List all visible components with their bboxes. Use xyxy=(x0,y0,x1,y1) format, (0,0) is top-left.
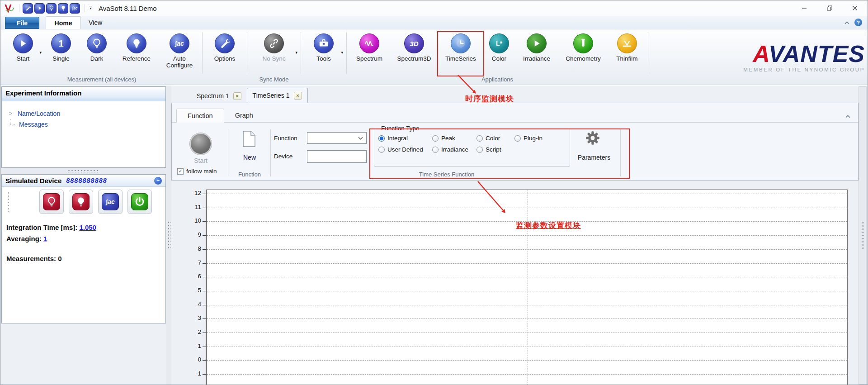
chart-y-labels: 1211109876543210-1 xyxy=(171,190,203,385)
ribbon-button-no-sync[interactable]: No Sync ▾ xyxy=(249,30,299,76)
tab-function[interactable]: Function xyxy=(176,109,224,123)
radio-script[interactable]: Script xyxy=(476,146,514,153)
doc-tab-spectrum1[interactable]: Spectrum 1 × xyxy=(191,89,247,103)
tab-graph[interactable]: Graph xyxy=(224,109,264,122)
ribbon-button-dark[interactable]: Dark xyxy=(79,30,114,76)
ribbon-button-spectrum3d[interactable]: 3D Spectrum3D xyxy=(390,30,438,76)
minimize-button[interactable] xyxy=(792,0,817,16)
ribbon-button-thinfilm[interactable]: Thinfilm xyxy=(608,30,646,76)
collapse-panel-icon[interactable] xyxy=(845,112,851,120)
checkbox-checked-icon[interactable]: ✓ xyxy=(177,168,184,175)
tab-view[interactable]: View xyxy=(81,16,110,29)
ribbon-button-spectrum[interactable]: Spectrum xyxy=(349,30,390,76)
function-type-legend: Function Type xyxy=(379,125,422,132)
parameters-button-label[interactable]: Parameters xyxy=(571,154,617,161)
gridline xyxy=(207,333,847,333)
y-axis-label: 12 xyxy=(194,190,201,196)
separator xyxy=(270,129,271,176)
right-splitter[interactable] xyxy=(859,86,867,385)
axis-tick xyxy=(203,277,206,277)
quick-start-play-icon[interactable] xyxy=(34,3,45,14)
gridline xyxy=(207,347,847,347)
help-icon[interactable]: ? xyxy=(854,19,862,26)
close-tab-icon[interactable]: × xyxy=(294,92,302,100)
new-button-label[interactable]: New xyxy=(230,154,269,161)
tab-file[interactable]: File xyxy=(5,17,39,29)
ribbon-button-irradiance[interactable]: Irradiance xyxy=(515,30,558,76)
chain-link-icon xyxy=(264,33,284,53)
collapse-ribbon-icon[interactable] xyxy=(844,19,850,27)
tree-expander-icon[interactable]: > xyxy=(9,110,14,117)
device-input[interactable] xyxy=(307,150,367,163)
device-autoconfigure-button[interactable]: ∫ac xyxy=(98,190,123,214)
quick-dark-bulb-icon[interactable] xyxy=(46,3,57,14)
splitter-grip-icon xyxy=(67,170,100,172)
ribbon-button-reference[interactable]: Reference xyxy=(114,30,159,76)
jac-icon: ∫ac xyxy=(170,33,189,53)
gear-icon[interactable] xyxy=(584,129,601,147)
restore-button[interactable] xyxy=(817,0,842,16)
axis-tick xyxy=(203,194,206,194)
radio-icon xyxy=(378,135,385,142)
experiment-tree: > Name/Location Messages xyxy=(2,101,165,130)
radio-integral[interactable]: Integral xyxy=(378,135,432,142)
new-document-icon[interactable] xyxy=(241,130,257,148)
close-button[interactable] xyxy=(842,0,868,16)
device-dark-button[interactable] xyxy=(39,190,64,214)
axis-tick xyxy=(203,208,206,208)
window-title: AvaSoft 8.11 Demo xyxy=(99,5,157,12)
tree-item-messages[interactable]: Messages xyxy=(9,119,165,130)
ribbon-button-chemometry[interactable]: Chemometry xyxy=(558,30,608,76)
toolbar-drag-grip[interactable] xyxy=(7,191,9,212)
axis-tick xyxy=(203,360,206,361)
quick-options-wrench-icon[interactable] xyxy=(23,3,33,14)
dropdown-caret-icon[interactable]: ▾ xyxy=(295,50,297,55)
device-serial: 8888888888 xyxy=(66,177,107,184)
dropdown-caret-icon[interactable]: ▾ xyxy=(39,50,42,55)
ribbon-button-start[interactable]: Start ▾ xyxy=(3,30,43,76)
ribbon-button-single[interactable]: 1 Single xyxy=(43,30,79,76)
radio-icon xyxy=(476,147,483,153)
follow-main-checkbox-row[interactable]: ✓ follow main xyxy=(177,168,217,175)
panel-title: Simulated Device xyxy=(5,177,61,185)
radio-color[interactable]: Color xyxy=(476,135,514,142)
ribbon-button-auto-configure[interactable]: ∫ac Auto Configure xyxy=(159,30,200,76)
function-combobox[interactable] xyxy=(307,132,367,144)
measurements-value: 0 xyxy=(58,255,61,262)
radio-peak[interactable]: Peak xyxy=(432,135,476,142)
ribbon-button-timeseries[interactable]: TimeSeries xyxy=(438,30,483,76)
group-caption-function: Function xyxy=(230,171,269,178)
avantes-logo: AVANTES MEMBER OF THE NYNOMIC GROUP xyxy=(743,29,868,85)
doc-tab-timeseries1[interactable]: TimeSeries 1 × xyxy=(247,88,308,103)
quick-reference-bulb-icon[interactable] xyxy=(58,3,68,14)
tab-home[interactable]: Home xyxy=(46,16,81,29)
gridline xyxy=(207,194,847,194)
ribbon-button-options[interactable]: Options xyxy=(204,30,245,76)
bulb-outline-icon xyxy=(43,193,60,210)
integration-time-value-link[interactable]: 1.050 xyxy=(79,223,96,231)
y-axis-label: 9 xyxy=(198,231,201,238)
device-power-button[interactable] xyxy=(127,190,152,214)
ribbon-button-color[interactable]: L* Color xyxy=(483,30,515,76)
radio-user-defined[interactable]: User Defined xyxy=(378,146,432,153)
averaging-value-link[interactable]: 1 xyxy=(43,235,47,242)
radio-plug-in[interactable]: Plug-in xyxy=(514,135,569,142)
ribbon-tab-row: File Home View ? xyxy=(0,16,868,29)
dropdown-caret-icon[interactable]: ▾ xyxy=(341,50,343,55)
ribbon-button-tools[interactable]: Tools ▾ xyxy=(303,30,344,76)
quick-autoconfigure-jac-icon[interactable]: ∫ac xyxy=(70,3,80,14)
radio-irradiance[interactable]: Irradiance xyxy=(432,146,476,153)
timeseries-start-button[interactable] xyxy=(190,133,212,155)
close-tab-icon[interactable]: × xyxy=(233,92,241,100)
group-caption-applications: Applications xyxy=(349,76,646,83)
quick-access-customize-caret-icon[interactable]: ▾ xyxy=(89,6,92,10)
device-reference-button[interactable] xyxy=(69,190,93,214)
radio-icon xyxy=(432,135,439,142)
axis-tick xyxy=(203,291,206,291)
separator xyxy=(346,32,347,74)
horizontal-splitter[interactable] xyxy=(1,168,166,174)
collapse-panel-button[interactable]: − xyxy=(154,177,162,185)
vertical-splitter[interactable] xyxy=(166,86,171,385)
tree-item-name-location[interactable]: > Name/Location xyxy=(9,108,165,119)
axis-tick xyxy=(203,333,206,333)
